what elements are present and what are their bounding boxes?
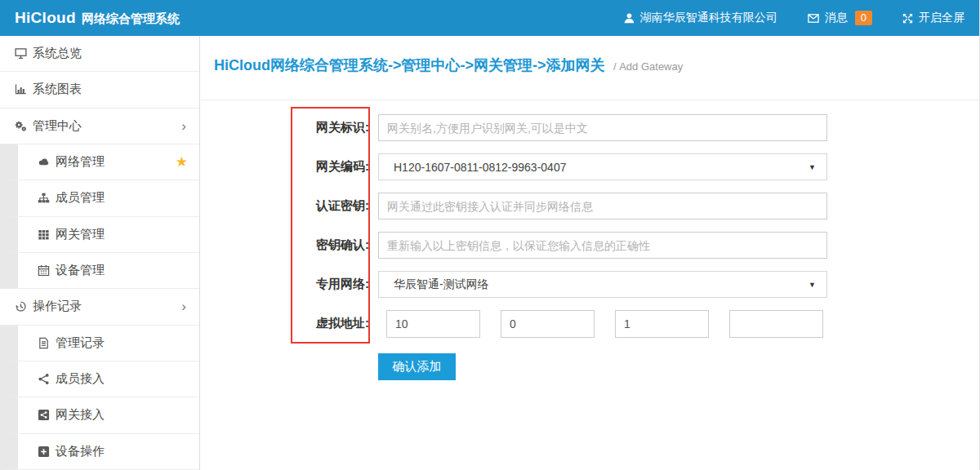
private-network-selected-value: 华辰智通-测试网络: [394, 277, 489, 292]
gateway-code-select[interactable]: H120-1607-0811-0812-9963-0407▼: [378, 153, 827, 180]
brand-subtitle: 网络综合管理系统: [82, 11, 180, 27]
breadcrumb-suffix: / Add Gateway: [613, 60, 683, 73]
gateway-name-input[interactable]: [378, 114, 827, 141]
brand-name: HiCloud: [15, 9, 76, 27]
sidebar-item-member-access[interactable]: 成员接入: [0, 361, 199, 397]
messages-label: 消息: [825, 11, 848, 25]
share-icon: [38, 373, 50, 385]
fullscreen-button[interactable]: 开启全屏: [902, 11, 964, 25]
share-square-icon: [38, 409, 50, 421]
breadcrumb: HiCloud网络综合管理系统->管理中心->网关管理->添加网关 / Add …: [201, 36, 979, 75]
sidebar-item-label: 管理中心: [33, 118, 176, 134]
auth-key-control: [378, 193, 827, 219]
chevron-right-icon: ›: [181, 119, 186, 133]
sidebar-item-label: 系统图表: [33, 82, 188, 97]
sidebar-item-label: 成员接入: [56, 371, 188, 387]
private-network-select[interactable]: 华辰智通-测试网络▼: [378, 271, 827, 298]
form-row-key-confirm: 密钥确认:: [201, 232, 979, 259]
gateway-code-selected-value: H120-1607-0811-0812-9963-0407: [394, 161, 566, 174]
virtual-address-control: [378, 310, 823, 338]
virtual-address-octet-4[interactable]: [729, 310, 823, 338]
app-window: HiCloud 网络综合管理系统 湖南华辰智通科技有限公司 消息 0: [0, 0, 980, 470]
sidebar-menu: 系统总览系统图表管理中心›网络管理★成员管理网关管理设备管理操作记录›管理记录成…: [0, 36, 199, 470]
sidebar-item-label: 网关管理: [56, 227, 188, 242]
user-icon: [623, 12, 635, 24]
gateway-code-control: H120-1607-0811-0812-9963-0407▼: [378, 153, 827, 180]
sidebar-item-admin-logs[interactable]: 管理记录: [0, 326, 199, 361]
virtual-address-octet-3[interactable]: [615, 310, 709, 338]
form-row-private-network: 专用网络:华辰智通-测试网络▼: [201, 271, 979, 298]
desktop-icon: [15, 47, 27, 60]
auth-key-label: 认证密钥:: [201, 198, 369, 214]
sidebar-item-label: 系统总览: [33, 46, 188, 61]
dropdown-arrow-icon: ▼: [808, 163, 816, 171]
sidebar-item-device-operations[interactable]: 设备操作: [0, 434, 199, 470]
sidebar-item-label: 成员管理: [56, 190, 188, 206]
sidebar-item-gateway-management[interactable]: 网关管理: [0, 217, 199, 253]
confirm-add-button[interactable]: 确认添加: [378, 353, 456, 380]
company-menu[interactable]: 湖南华辰智通科技有限公司: [623, 11, 777, 25]
private-network-control: 华辰智通-测试网络▼: [378, 271, 827, 298]
gateway-name-control: [378, 114, 827, 141]
cogs-icon: [15, 120, 27, 132]
sidebar-item-label: 操作记录: [33, 299, 176, 314]
gateway-code-label: 网关编码:: [201, 159, 369, 175]
messages-badge: 0: [855, 11, 872, 25]
form-row-gateway-code: 网关编码:H120-1607-0811-0812-9963-0407▼: [201, 153, 979, 180]
form-row-auth-key: 认证密钥:: [201, 193, 979, 219]
envelope-icon: [807, 12, 820, 24]
sidebar-item-label: 设备管理: [56, 263, 188, 278]
key-confirm-control: [378, 232, 827, 259]
key-confirm-input[interactable]: [378, 232, 827, 259]
main-content: HiCloud网络综合管理系统->管理中心->网关管理->添加网关 / Add …: [201, 36, 979, 470]
cloud-icon: [38, 156, 50, 168]
sidebar-item-admin-center[interactable]: 管理中心›: [0, 109, 199, 144]
key-confirm-label: 密钥确认:: [201, 237, 369, 253]
virtual-address-octet-2[interactable]: [501, 310, 595, 338]
virtual-address-octet-1[interactable]: [386, 310, 480, 338]
form-rows: 网关标识:网关编码:H120-1607-0811-0812-9963-0407▼…: [201, 114, 979, 337]
sidebar-item-system-overview[interactable]: 系统总览: [0, 36, 199, 72]
breadcrumb-path: HiCloud网络综合管理系统->管理中心->网关管理->添加网关: [214, 57, 605, 73]
chevron-right-icon: ›: [181, 299, 186, 313]
add-gateway-form: 网关标识:网关编码:H120-1607-0811-0812-9963-0407▼…: [201, 114, 979, 380]
bar-chart-icon: [15, 83, 27, 95]
topbar-right: 湖南华辰智通科技有限公司 消息 0 开启全屏: [623, 11, 964, 25]
header-divider: [201, 100, 979, 100]
sidebar-item-label: 管理记录: [56, 335, 188, 351]
sidebar-item-label: 设备操作: [56, 444, 188, 459]
gateway-name-label: 网关标识:: [201, 120, 369, 135]
file-text-icon: [38, 337, 50, 349]
sidebar-item-system-charts[interactable]: 系统图表: [0, 72, 199, 108]
form-row-gateway-name: 网关标识:: [201, 114, 979, 141]
sidebar-item-member-management[interactable]: 成员管理: [0, 180, 199, 216]
history-icon: [15, 300, 27, 313]
auth-key-input[interactable]: [378, 193, 827, 219]
fullscreen-icon: [902, 12, 914, 24]
sidebar-item-label: 网关接入: [56, 407, 188, 423]
company-name: 湖南华辰智通科技有限公司: [640, 11, 777, 25]
grid-icon: [38, 228, 50, 241]
sidebar: 系统总览系统图表管理中心›网络管理★成员管理网关管理设备管理操作记录›管理记录成…: [0, 36, 200, 470]
virtual-address-label: 虚拟地址:: [201, 316, 369, 331]
calendar-icon: [38, 264, 50, 277]
sidebar-item-gateway-access[interactable]: 网关接入: [0, 397, 199, 433]
dropdown-arrow-icon: ▼: [808, 281, 816, 289]
fullscreen-label: 开启全屏: [919, 11, 964, 25]
sidebar-item-label: 网络管理: [56, 154, 170, 170]
sidebar-item-device-management[interactable]: 设备管理: [0, 253, 199, 289]
virtual-address-group: [386, 310, 823, 338]
sitemap-icon: [38, 192, 50, 204]
sidebar-item-network-management[interactable]: 网络管理★: [0, 144, 199, 180]
plus-square-icon: [38, 446, 50, 458]
favorite-star-icon[interactable]: ★: [176, 155, 188, 169]
sidebar-item-operation-logs[interactable]: 操作记录›: [0, 289, 199, 325]
private-network-label: 专用网络:: [201, 277, 369, 292]
brand[interactable]: HiCloud 网络综合管理系统: [15, 9, 180, 27]
messages-menu[interactable]: 消息 0: [807, 11, 872, 25]
form-row-virtual-address: 虚拟地址:: [201, 310, 979, 337]
topbar: HiCloud 网络综合管理系统 湖南华辰智通科技有限公司 消息 0: [0, 0, 979, 36]
